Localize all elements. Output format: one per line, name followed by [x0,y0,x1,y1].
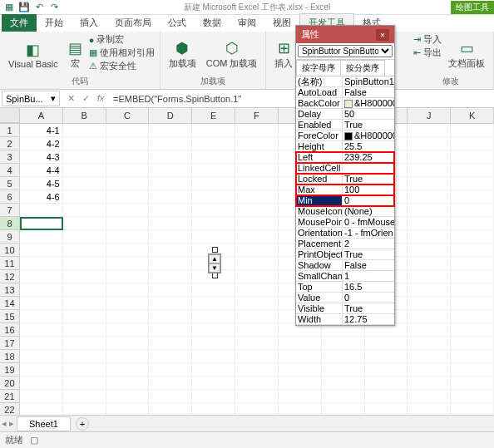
cell[interactable] [451,323,494,337]
property-row[interactable]: Value0 [296,293,394,303]
cell[interactable] [408,283,451,297]
property-value[interactable]: 50 [343,109,394,119]
row-header[interactable]: 7 [0,204,20,217]
cell[interactable] [408,124,451,137]
tab-file[interactable]: 文件 [2,14,37,32]
cell[interactable] [192,177,235,190]
cell[interactable] [106,323,150,337]
cell[interactable] [20,323,63,337]
cell[interactable] [149,177,192,190]
cell[interactable] [235,363,279,377]
cell[interactable] [20,257,63,270]
cell[interactable] [63,190,106,204]
property-row[interactable]: LockedTrue [296,174,394,185]
spin-down-icon[interactable]: ▼ [209,263,220,273]
cell[interactable] [149,244,192,257]
cell[interactable] [149,350,192,363]
cell[interactable] [192,230,235,244]
import-button[interactable]: ⇥导入 [413,33,442,46]
cell[interactable] [20,204,63,217]
cell[interactable] [63,124,106,137]
spinbutton-control[interactable]: ▲ ▼ [208,254,221,273]
cell[interactable] [235,310,279,323]
property-row[interactable]: Min0 [296,195,394,206]
column-header[interactable]: C [106,108,150,123]
row-header[interactable]: 9 [0,230,20,244]
cell[interactable] [149,257,192,270]
property-value[interactable]: False [343,87,394,97]
cell[interactable] [235,297,279,310]
cell[interactable] [192,350,235,363]
property-value[interactable]: 0 - fmMouseP [343,217,394,227]
column-header[interactable]: K [451,108,494,123]
row-header[interactable]: 21 [0,390,20,403]
column-header[interactable]: D [149,108,192,123]
cell[interactable] [451,164,494,177]
cell[interactable] [235,164,279,177]
property-row[interactable]: Top16.5 [296,282,394,293]
property-value[interactable]: True [343,120,394,130]
cell[interactable] [63,363,106,377]
cell[interactable] [106,164,150,177]
cell[interactable] [451,350,494,363]
cell[interactable] [149,137,192,150]
cell[interactable]: 4-1 [20,124,63,137]
cell[interactable] [20,377,63,390]
row-header[interactable]: 17 [0,337,20,350]
cell[interactable] [408,137,451,150]
property-row[interactable]: AutoLoadFalse [296,87,394,98]
cell[interactable]: 4-5 [20,177,63,190]
property-row[interactable]: Width12.75 [296,314,394,325]
cell[interactable] [149,190,192,204]
cell[interactable] [63,337,106,350]
column-header[interactable]: J [408,108,451,123]
tab-alphabetic[interactable]: 按字母序 [296,60,340,76]
cell[interactable] [106,257,150,270]
cell[interactable] [408,323,451,337]
cell[interactable] [106,297,150,310]
cell[interactable] [20,270,63,283]
fx-icon[interactable]: fx [95,93,106,104]
cell[interactable] [149,297,192,310]
cell[interactable] [149,230,192,244]
cell[interactable] [451,377,494,390]
property-row[interactable]: MouseIcon(None) [296,206,394,217]
column-header[interactable]: F [235,108,279,123]
macro-security-button[interactable]: ⚠宏安全性 [89,60,155,72]
cell[interactable] [451,363,494,377]
property-row[interactable]: MousePointer0 - fmMouseP [296,217,394,228]
tab-home[interactable]: 开始 [37,14,72,32]
tab-review[interactable]: 审阅 [230,14,264,32]
cell[interactable] [451,310,494,323]
cell[interactable] [106,390,150,403]
cell[interactable] [408,177,451,190]
row-header[interactable]: 3 [0,150,20,164]
property-row[interactable]: Max100 [296,185,394,195]
properties-titlebar[interactable]: 属性 × [296,26,394,43]
doc-panel-button[interactable]: ▭文档面板 [445,33,488,76]
row-header[interactable]: 18 [0,350,20,363]
cell[interactable] [63,377,106,390]
property-value[interactable]: 0 [343,293,394,303]
cell[interactable] [63,217,106,230]
cell[interactable] [408,230,451,244]
cell[interactable] [20,390,63,403]
cell[interactable] [63,390,106,403]
cell[interactable] [63,270,106,283]
cell[interactable] [149,363,192,377]
cell[interactable] [20,363,63,377]
undo-icon[interactable]: ↶ [33,2,45,13]
property-value[interactable]: 16.5 [343,282,394,292]
cell[interactable] [149,217,192,230]
relative-ref-button[interactable]: ▦使用相对引用 [89,47,155,59]
cell[interactable] [192,377,235,390]
cell[interactable] [235,283,279,297]
cell[interactable] [106,217,150,230]
cell[interactable] [192,124,235,137]
cell[interactable] [106,350,150,363]
row-header[interactable]: 8 [0,217,20,230]
cell[interactable] [451,297,494,310]
close-icon[interactable]: × [376,29,389,41]
row-header[interactable]: 1 [0,124,20,137]
cell[interactable] [63,283,106,297]
